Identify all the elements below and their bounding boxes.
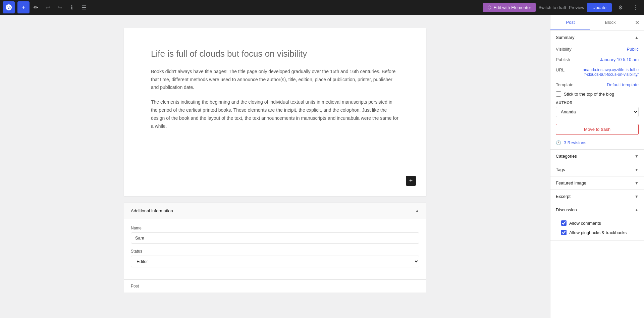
discussion-section: Discussion ▲ Allow comments Allow pingba… bbox=[550, 203, 644, 241]
preview-button[interactable]: Preview bbox=[569, 5, 584, 10]
chevron-up-icon: ▲ bbox=[415, 208, 419, 213]
tab-post[interactable]: Post bbox=[550, 15, 590, 30]
sidebar-close-button[interactable]: ✕ bbox=[630, 15, 644, 31]
elementor-label: Edit with Elementor bbox=[493, 5, 531, 10]
author-select[interactable]: Ananda bbox=[556, 107, 639, 117]
excerpt-label: Excerpt bbox=[556, 194, 571, 199]
additional-info-panel: Additional Information ▲ Name Status Edi… bbox=[124, 203, 426, 293]
settings-button[interactable]: ⚙ bbox=[614, 1, 627, 13]
visibility-row: Visibility Public bbox=[550, 44, 644, 54]
categories-chevron-icon: ▼ bbox=[635, 154, 639, 159]
categories-section: Categories ▼ bbox=[550, 150, 644, 163]
publish-label: Publish bbox=[556, 57, 583, 62]
allow-comments-row: Allow comments bbox=[556, 219, 639, 227]
sidebar-header: Post Block ✕ bbox=[550, 15, 644, 31]
tags-section: Tags ▼ bbox=[550, 163, 644, 176]
move-to-trash-button[interactable]: Move to trash bbox=[556, 124, 639, 135]
elementor-icon: ⬡ bbox=[487, 5, 491, 10]
summary-chevron-icon: ▲ bbox=[635, 35, 639, 40]
featured-image-chevron-icon: ▼ bbox=[635, 181, 639, 186]
stick-to-top-label: Stick to the top of the blog bbox=[564, 92, 614, 97]
url-label: URL bbox=[556, 67, 583, 72]
update-button[interactable]: Update bbox=[587, 3, 612, 12]
undo-button[interactable]: ↩ bbox=[42, 1, 54, 13]
author-section: AUTHOR Ananda bbox=[550, 98, 644, 121]
discussion-header[interactable]: Discussion ▲ bbox=[550, 203, 644, 216]
url-value[interactable]: ananda.instawp.xyz/life-is-full-of-cloud… bbox=[583, 67, 639, 77]
paragraph-2[interactable]: The elements indicating the beginning an… bbox=[151, 98, 399, 130]
tags-header[interactable]: Tags ▼ bbox=[550, 163, 644, 176]
elementor-button[interactable]: ⬡ Edit with Elementor bbox=[483, 3, 536, 12]
publish-row: Publish January 10 5:10 am bbox=[550, 54, 644, 65]
status-field-group: Status Editor Author Contributor bbox=[131, 249, 419, 267]
template-row: Template Default template bbox=[550, 80, 644, 90]
tags-chevron-icon: ▼ bbox=[635, 167, 639, 172]
revisions-row[interactable]: 🕐 3 Revisions bbox=[550, 138, 644, 149]
allow-pingbacks-row: Allow pingbacks & trackbacks bbox=[556, 228, 639, 236]
tags-label: Tags bbox=[556, 167, 565, 172]
excerpt-header[interactable]: Excerpt ▼ bbox=[550, 190, 644, 203]
featured-image-label: Featured image bbox=[556, 180, 586, 186]
name-label: Name bbox=[131, 226, 419, 230]
post-title[interactable]: Life is full of clouds but focus on visi… bbox=[151, 48, 399, 60]
revisions-label: 3 Revisions bbox=[564, 140, 586, 145]
url-row: URL ananda.instawp.xyz/life-is-full-of-c… bbox=[550, 65, 644, 80]
summary-label: Summary bbox=[556, 35, 575, 40]
visibility-value[interactable]: Public bbox=[627, 47, 639, 52]
discussion-label: Discussion bbox=[556, 207, 577, 212]
template-value[interactable]: Default template bbox=[607, 82, 639, 87]
edit-button[interactable]: ✏ bbox=[30, 1, 42, 13]
excerpt-section: Excerpt ▼ bbox=[550, 190, 644, 203]
stick-to-top-row: Stick to the top of the blog bbox=[550, 90, 644, 98]
excerpt-chevron-icon: ▼ bbox=[635, 194, 639, 199]
categories-header[interactable]: Categories ▼ bbox=[550, 150, 644, 163]
panel-footer-label: Post bbox=[131, 284, 139, 288]
add-block-inline-button[interactable]: + bbox=[406, 176, 416, 186]
allow-pingbacks-checkbox[interactable] bbox=[561, 230, 567, 235]
template-label: Template bbox=[556, 82, 583, 87]
add-block-button[interactable]: + bbox=[17, 1, 30, 13]
allow-comments-checkbox[interactable] bbox=[561, 220, 567, 226]
paragraph-1[interactable]: Books didn't always have title pages! Th… bbox=[151, 68, 399, 92]
panel-title: Additional Information bbox=[131, 208, 173, 213]
wp-logo bbox=[3, 1, 15, 13]
more-options-button[interactable]: ⋮ bbox=[629, 1, 641, 13]
tab-block[interactable]: Block bbox=[590, 15, 630, 30]
list-view-button[interactable]: ☰ bbox=[78, 1, 90, 13]
featured-image-header[interactable]: Featured image ▼ bbox=[550, 176, 644, 190]
featured-image-section: Featured image ▼ bbox=[550, 176, 644, 190]
discussion-chevron-icon: ▲ bbox=[635, 208, 639, 212]
editor-area: Life is full of clouds but focus on visi… bbox=[124, 28, 426, 196]
summary-section-header[interactable]: Summary ▲ bbox=[550, 31, 644, 44]
revisions-clock-icon: 🕐 bbox=[556, 140, 561, 145]
name-field-group: Name bbox=[131, 226, 419, 244]
status-label: Status bbox=[131, 249, 419, 254]
redo-button[interactable]: ↪ bbox=[54, 1, 66, 13]
categories-label: Categories bbox=[556, 154, 577, 159]
switch-to-draft-button[interactable]: Switch to draft bbox=[538, 5, 566, 10]
publish-value[interactable]: January 10 5:10 am bbox=[600, 57, 639, 62]
summary-section: Summary ▲ Visibility Public Publish Janu… bbox=[550, 31, 644, 150]
author-label: AUTHOR bbox=[556, 101, 639, 105]
panel-header[interactable]: Additional Information ▲ bbox=[124, 203, 426, 219]
stick-to-top-checkbox[interactable] bbox=[556, 91, 561, 97]
status-select[interactable]: Editor Author Contributor bbox=[131, 256, 419, 267]
allow-pingbacks-label: Allow pingbacks & trackbacks bbox=[569, 230, 627, 235]
name-input[interactable] bbox=[131, 232, 419, 244]
visibility-label: Visibility bbox=[556, 47, 583, 52]
info-button[interactable]: ℹ bbox=[66, 1, 78, 13]
sidebar: Post Block ✕ Summary ▲ Visibility Public… bbox=[550, 15, 644, 318]
allow-comments-label: Allow comments bbox=[569, 221, 601, 226]
